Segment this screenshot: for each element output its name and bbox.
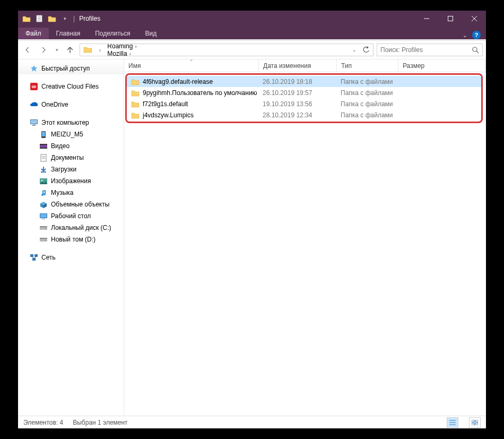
- tab-home[interactable]: Главная: [49, 28, 88, 39]
- search-input[interactable]: [380, 46, 472, 54]
- nav-pc-item[interactable]: Загрузки: [18, 163, 124, 175]
- svg-rect-30: [40, 226, 47, 227]
- item-icon: [39, 130, 48, 139]
- address-bar[interactable]: › Виктор Бухтеев›AppData›Roaming›Mozilla…: [80, 44, 373, 56]
- folder-icon: [22, 14, 31, 23]
- forward-button[interactable]: [37, 44, 50, 56]
- col-date[interactable]: Дата изменения: [259, 59, 337, 72]
- nav-pc-item[interactable]: Объемные объекты: [18, 199, 124, 210]
- file-type: Папка с файлами: [336, 100, 421, 108]
- view-large-button[interactable]: [469, 417, 481, 428]
- item-icon: [39, 212, 48, 220]
- tab-view[interactable]: Вид: [137, 28, 164, 39]
- file-type: Папка с файлами: [336, 89, 421, 97]
- svg-rect-13: [31, 120, 37, 124]
- search-icon[interactable]: [472, 46, 479, 54]
- search-box[interactable]: [377, 44, 483, 56]
- status-selected: Выбран 1 элемент: [73, 419, 127, 426]
- ribbon-tabs: Файл Главная Поделиться Вид ⌄ ?: [18, 27, 486, 39]
- nav-pc-item[interactable]: Музыка: [18, 187, 124, 199]
- svg-rect-19: [40, 148, 47, 149]
- window-title: Profiles: [75, 15, 414, 22]
- svg-line-39: [34, 257, 36, 258]
- item-icon: [39, 223, 48, 232]
- svg-point-34: [45, 240, 46, 241]
- svg-rect-18: [40, 144, 47, 145]
- ribbon-expand-icon[interactable]: ⌄: [463, 32, 467, 38]
- cc-icon: ∞: [30, 82, 38, 91]
- item-icon: [39, 165, 48, 174]
- pc-icon: [30, 118, 38, 127]
- nav-pc-item[interactable]: Рабочий стол: [18, 210, 124, 222]
- folder-icon: [131, 100, 140, 108]
- file-name: 4f6hvag9.default-release: [143, 78, 213, 85]
- file-name: j4vdszyw.Lumpics: [143, 111, 194, 119]
- back-button[interactable]: [21, 44, 34, 56]
- view-details-button[interactable]: [447, 417, 458, 428]
- table-row[interactable]: f72t9g1s.default19.10.2019 13:56Папка с …: [127, 98, 481, 109]
- nav-this-pc[interactable]: Этот компьютер: [18, 117, 124, 128]
- qat-dropdown-icon[interactable]: ▾: [60, 14, 69, 23]
- col-type[interactable]: Тип: [337, 59, 398, 72]
- svg-rect-28: [42, 219, 45, 219]
- folder-icon: [83, 45, 93, 55]
- nav-pc-item[interactable]: Новый том (D:): [18, 234, 124, 245]
- col-name[interactable]: Имя⌃: [124, 59, 259, 72]
- nav-quick-access[interactable]: Быстрый доступ: [18, 63, 124, 74]
- file-type: Папка с файлами: [336, 111, 421, 119]
- folder-icon: [131, 89, 140, 97]
- item-icon: [39, 177, 48, 185]
- tab-share[interactable]: Поделиться: [88, 28, 137, 39]
- cloud-icon: [30, 100, 38, 109]
- file-type: Папка с файлами: [336, 78, 421, 85]
- nav-pc-item[interactable]: Видео: [18, 140, 124, 152]
- window-controls: [414, 11, 486, 27]
- table-row[interactable]: 9pygihmh.Пользователь по умолчанию26.10.…: [127, 87, 481, 98]
- item-icon: [39, 142, 48, 150]
- nav-onedrive[interactable]: OneDrive: [18, 99, 124, 110]
- svg-rect-16: [42, 132, 45, 136]
- help-icon[interactable]: ?: [472, 31, 481, 39]
- nav-pc-item[interactable]: Локальный диск (C:): [18, 222, 124, 234]
- minimize-button[interactable]: [414, 11, 438, 27]
- svg-point-25: [41, 179, 43, 181]
- file-name: f72t9g1s.default: [143, 100, 188, 108]
- table-row[interactable]: j4vdszyw.Lumpics28.10.2019 12:34Папка с …: [127, 109, 481, 120]
- nav-network[interactable]: Сеть: [18, 252, 124, 263]
- sort-indicator-icon: ⌃: [189, 59, 194, 64]
- refresh-button[interactable]: [360, 44, 372, 56]
- title-bar[interactable]: ▾ | Profiles: [18, 11, 486, 27]
- properties-icon[interactable]: [35, 14, 44, 23]
- svg-rect-46: [475, 423, 478, 425]
- tab-file[interactable]: Файл: [18, 28, 49, 39]
- svg-rect-43: [472, 420, 474, 422]
- recent-dropdown[interactable]: ▾: [53, 44, 60, 56]
- nav-pc-item[interactable]: Документы: [18, 152, 124, 163]
- breadcrumb-segment[interactable]: Mozilla›: [105, 50, 161, 56]
- column-headers[interactable]: Имя⌃ Дата изменения Тип Размер: [124, 59, 486, 72]
- svg-line-9: [476, 51, 479, 53]
- file-date: 19.10.2019 13:56: [258, 100, 336, 108]
- file-list: Имя⌃ Дата изменения Тип Размер 4f6hvag9.…: [124, 59, 486, 416]
- col-size[interactable]: Размер: [398, 59, 486, 72]
- nav-pc-item[interactable]: Изображения: [18, 175, 124, 187]
- rows-area[interactable]: 4f6hvag9.default-release26.10.2019 18:18…: [124, 72, 486, 416]
- navigation-pane[interactable]: Быстрый доступ ∞Creative Cloud Files One…: [18, 59, 124, 416]
- annotation-highlight: 4f6hvag9.default-release26.10.2019 18:18…: [125, 73, 483, 123]
- item-icon: [39, 153, 48, 162]
- nav-pc-item[interactable]: MEIZU_M5: [18, 128, 124, 140]
- svg-text:∞: ∞: [32, 83, 37, 90]
- breadcrumb-root-chevron[interactable]: ›: [95, 47, 105, 53]
- address-dropdown[interactable]: ⌄: [349, 44, 360, 56]
- up-button[interactable]: [64, 44, 76, 56]
- status-bar: Элементов: 4 Выбран 1 элемент: [18, 416, 486, 428]
- svg-rect-5: [448, 16, 453, 21]
- nav-creative-cloud[interactable]: ∞Creative Cloud Files: [18, 81, 124, 92]
- table-row[interactable]: 4f6hvag9.default-release26.10.2019 18:18…: [127, 76, 481, 87]
- item-icon: [39, 200, 48, 209]
- new-folder-icon[interactable]: [48, 14, 56, 23]
- breadcrumb-segment[interactable]: Roaming›: [105, 44, 161, 50]
- file-name: 9pygihmh.Пользователь по умолчанию: [143, 89, 257, 97]
- close-button[interactable]: [462, 11, 486, 27]
- maximize-button[interactable]: [438, 11, 462, 27]
